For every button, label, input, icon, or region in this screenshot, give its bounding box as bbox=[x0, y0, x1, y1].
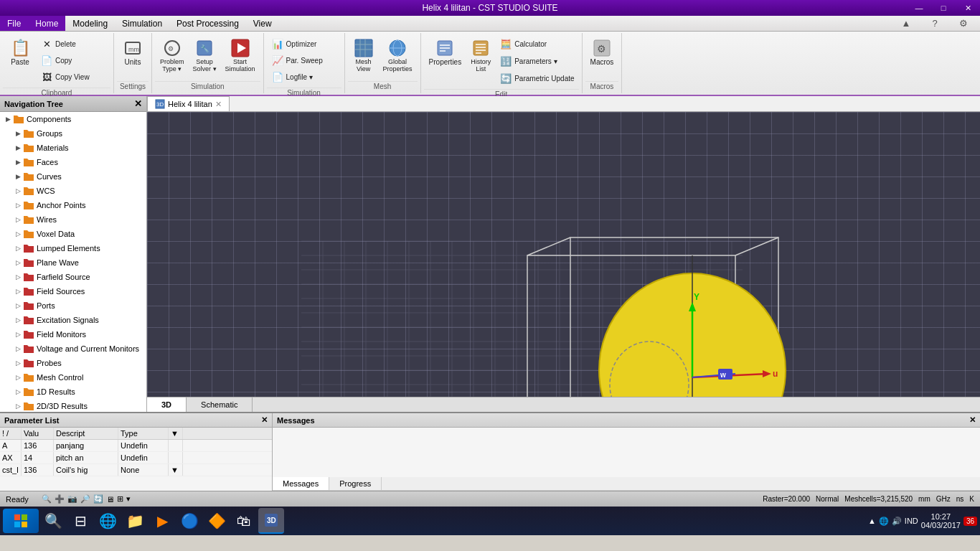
tree-item-curves[interactable]: ▶ Curves bbox=[0, 169, 146, 184]
macros-button[interactable]: ⚙ Macros bbox=[587, 36, 618, 68]
zoom-icon[interactable]: 🔍 bbox=[42, 494, 52, 504]
start-button[interactable] bbox=[3, 509, 39, 533]
tree-item-faces[interactable]: ▶ Faces bbox=[0, 155, 146, 169]
msg-tab-messages[interactable]: Messages bbox=[273, 477, 329, 490]
param-row-cst[interactable]: cst_l 136 Coil's hig None ▼ bbox=[0, 464, 272, 476]
taskbar: 🔍 ⊟ 🌐 📁 ▶ 🔵 🔶 🛍 3D ▲ 🌐 🔊 IND 10:27 04/03… bbox=[0, 507, 980, 535]
problem-type-button[interactable]: ⚙ ProblemType ▾ bbox=[156, 36, 188, 75]
ribbon-settings[interactable]: ⚙ bbox=[951, 16, 976, 32]
maximize-button[interactable]: □ bbox=[931, 0, 956, 16]
taskbar-search[interactable]: 🔍 bbox=[40, 508, 66, 534]
menu-simulation[interactable]: Simulation bbox=[115, 16, 169, 31]
monitor-icon[interactable]: 🖥 bbox=[106, 495, 114, 504]
taskbar-task-view[interactable]: ⊟ bbox=[67, 508, 93, 534]
taskbar-vlc[interactable]: ▶ bbox=[149, 508, 175, 534]
tree-item-groups[interactable]: ▶ Groups bbox=[0, 126, 146, 141]
logfile-button[interactable]: 📄 Logfile ▾ bbox=[268, 69, 340, 85]
camera-icon[interactable]: 📷 bbox=[67, 494, 77, 504]
svg-text:mm: mm bbox=[128, 46, 139, 53]
zoom-in-icon[interactable]: ➕ bbox=[55, 494, 65, 504]
ribbon-minimize[interactable]: ▲ bbox=[894, 16, 918, 32]
grid-icon[interactable]: ⊞ bbox=[117, 494, 123, 504]
tree-item-ports[interactable]: ▷ Ports bbox=[0, 298, 146, 313]
nav-tree-close[interactable]: ✕ bbox=[134, 98, 142, 109]
tree-item-voltage-current[interactable]: ▷ Voltage and Current Monitors bbox=[0, 342, 146, 356]
calculator-button[interactable]: 🧮 Calculator bbox=[496, 36, 577, 52]
tree-item-1d-results[interactable]: ▷ 1D Results bbox=[0, 385, 146, 399]
close-button[interactable]: ✕ bbox=[956, 0, 980, 16]
minimize-button[interactable]: — bbox=[907, 0, 931, 16]
tree-item-label: Voltage and Current Monitors bbox=[37, 344, 139, 353]
global-props-icon bbox=[387, 38, 407, 58]
taskbar-cst[interactable]: 3D bbox=[258, 508, 284, 534]
delete-button[interactable]: ✕ Delete bbox=[37, 36, 109, 52]
tree-item-anchor-points[interactable]: ▷ Anchor Points bbox=[0, 198, 146, 212]
taskbar-edge[interactable]: 🌐 bbox=[95, 508, 121, 534]
tree-item-farfield-source[interactable]: ▷ Farfield Source bbox=[0, 270, 146, 284]
taskbar-systray[interactable]: ▲ bbox=[868, 517, 876, 525]
optimizer-button[interactable]: 📊 Optimizer bbox=[268, 36, 340, 52]
messages-close[interactable]: ✕ bbox=[969, 415, 976, 425]
tree-item-field-sources[interactable]: ▷ Field Sources bbox=[0, 284, 146, 298]
3d-scene: Y u w y x bbox=[147, 112, 980, 397]
param-desc: Coil's hig bbox=[54, 464, 118, 476]
zoom-fit-icon[interactable]: 🔎 bbox=[80, 494, 90, 504]
taskbar-chrome[interactable]: 🔵 bbox=[176, 508, 202, 534]
tree-item-voxel-data[interactable]: ▷ Voxel Data bbox=[0, 227, 146, 241]
tree-item-wires[interactable]: ▷ Wires bbox=[0, 212, 146, 227]
tree-item-2d3d-results[interactable]: ▷ 2D/3D Results bbox=[0, 399, 146, 412]
copy-button[interactable]: 📄 Copy bbox=[37, 52, 109, 68]
tree-item-lumped-elements[interactable]: ▷ Lumped Elements bbox=[0, 241, 146, 255]
taskbar-explorer[interactable]: 📁 bbox=[122, 508, 148, 534]
tree-item-wcs[interactable]: ▷ WCS bbox=[0, 184, 146, 198]
menu-view[interactable]: View bbox=[246, 16, 279, 31]
tab-schematic[interactable]: Schematic bbox=[187, 397, 253, 412]
menu-modeling[interactable]: Modeling bbox=[65, 16, 115, 31]
copy-view-label: Copy View bbox=[55, 73, 90, 81]
tree-item-probes[interactable]: ▷ Probes bbox=[0, 356, 146, 370]
tree-item-field-monitors[interactable]: ▷ Field Monitors bbox=[0, 327, 146, 342]
tab-3d[interactable]: 3D bbox=[147, 397, 187, 412]
tab-close-button[interactable]: ✕ bbox=[215, 100, 222, 109]
paste-button[interactable]: 📋 Paste bbox=[4, 36, 36, 68]
menu-file[interactable]: File bbox=[0, 16, 28, 31]
par-sweep-button[interactable]: 📈 Par. Sweep bbox=[268, 52, 340, 68]
mesh-view-button[interactable]: MeshView bbox=[349, 36, 378, 75]
ribbon-group-settings: mm Units Settings bbox=[114, 33, 152, 93]
msg-tab-progress[interactable]: Progress bbox=[329, 477, 382, 490]
copy-view-button[interactable]: 🖼 Copy View bbox=[37, 69, 109, 85]
expand-icon: ▷ bbox=[13, 215, 23, 225]
taskbar-clock[interactable]: 10:27 04/03/2017 bbox=[921, 512, 961, 529]
menu-post-processing[interactable]: Post Processing bbox=[169, 16, 246, 31]
param-row-ax[interactable]: AX 14 pitch an Undefin bbox=[0, 452, 272, 464]
viewport-tab-helix[interactable]: 3D Helix 4 lilitan ✕ bbox=[147, 96, 230, 111]
history-list-button[interactable]: HistoryList bbox=[466, 36, 495, 75]
tree-item-components[interactable]: ▶ Components bbox=[0, 112, 146, 126]
global-props-button[interactable]: GlobalProperties bbox=[380, 36, 416, 75]
parameters-button[interactable]: 🔢 Parameters ▾ bbox=[496, 53, 577, 69]
param-row-a[interactable]: A 136 panjang Undefin bbox=[0, 440, 272, 452]
units-button[interactable]: mm Units bbox=[118, 36, 147, 68]
tree-item-plane-wave[interactable]: ▷ Plane Wave bbox=[0, 255, 146, 270]
simulation-label: Simulation bbox=[155, 81, 260, 92]
tree-item-materials[interactable]: ▶ Materials bbox=[0, 141, 146, 155]
taskbar-app2[interactable]: 🔶 bbox=[204, 508, 230, 534]
help-button[interactable]: ? bbox=[923, 16, 947, 32]
view-dropdown[interactable]: ▾ bbox=[126, 494, 131, 504]
tree-item-excitation-signals[interactable]: ▷ Excitation Signals bbox=[0, 313, 146, 327]
taskbar-store[interactable]: 🛍 bbox=[231, 508, 257, 534]
svg-text:w: w bbox=[720, 371, 726, 379]
menu-home[interactable]: Home bbox=[28, 16, 65, 31]
rotate-icon[interactable]: 🔄 bbox=[93, 494, 103, 504]
clipboard-buttons: 📋 Paste ✕ Delete 📄 Copy 🖼 Copy View bbox=[3, 34, 110, 86]
tree-item-label: Anchor Points bbox=[37, 201, 85, 209]
properties-button[interactable]: Properties bbox=[425, 36, 466, 68]
start-sim-button[interactable]: StartSimulation bbox=[222, 36, 259, 75]
viewport-canvas[interactable]: Y u w y x bbox=[147, 112, 980, 397]
setup-solver-button[interactable]: 🔧 SetupSolver ▾ bbox=[189, 36, 220, 75]
param-list-close[interactable]: ✕ bbox=[261, 415, 268, 425]
expand-icon: ▷ bbox=[13, 186, 23, 196]
par-update-button[interactable]: 🔄 Parametric Update bbox=[496, 70, 577, 86]
taskbar-notification[interactable]: 36 bbox=[963, 517, 977, 526]
tree-item-mesh-control[interactable]: ▷ Mesh Control bbox=[0, 370, 146, 385]
